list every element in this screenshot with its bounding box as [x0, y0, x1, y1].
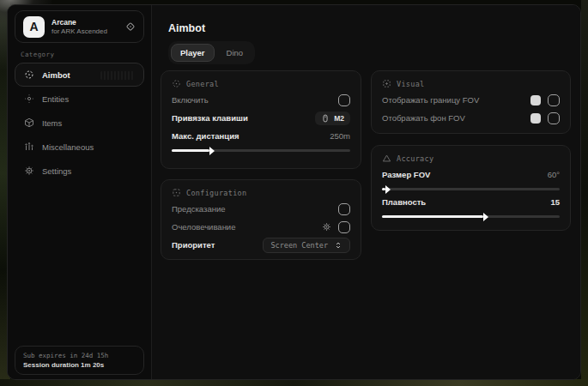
- sidebar-item-label: Items: [42, 118, 62, 128]
- brand-card: A Arcane for ARK Ascended: [15, 10, 144, 43]
- fov-size-value: 60°: [548, 170, 560, 179]
- brand-logo: A: [23, 16, 45, 38]
- humanize-controls: [322, 221, 350, 233]
- cheat-menu-window: A Arcane for ARK Ascended Category: [7, 4, 581, 380]
- gear-icon: [24, 166, 34, 176]
- humanize-row: Очеловечивание: [172, 218, 350, 236]
- tab-dino[interactable]: Dino: [217, 44, 253, 62]
- sidebar-item-label: Entities: [42, 94, 69, 104]
- sidebar-nav: Aimbot Entities: [15, 63, 144, 183]
- brand-text: Arcane for ARK Ascended: [52, 18, 107, 35]
- panel-title: Accuracy: [397, 154, 433, 163]
- priority-label: Приоритет: [172, 240, 215, 250]
- priority-dropdown[interactable]: Screen Center: [263, 238, 350, 253]
- sidebar-item-label: Miscellaneous: [42, 142, 94, 152]
- chevrons-up-down-icon: [334, 241, 342, 250]
- enable-checkbox[interactable]: [338, 94, 350, 106]
- pin-icon[interactable]: [125, 21, 136, 32]
- smoothness-label: Плавность: [382, 197, 426, 207]
- page-title: Aimbot: [168, 22, 205, 34]
- smoothness-row: Плавность 15: [382, 193, 560, 211]
- sidebar-item-entities[interactable]: Entities: [15, 87, 144, 111]
- sidebar-item-label: Settings: [42, 166, 71, 176]
- keybind-label: Привязка клавиши: [172, 113, 248, 123]
- panel-configuration: Configuration Предсказание Очеловечивани…: [161, 179, 361, 260]
- distance-slider-fill: [172, 149, 209, 152]
- panel-visual: Visual Отображать границу FOV Отображать…: [371, 70, 571, 134]
- tab-player[interactable]: Player: [171, 44, 215, 62]
- brand-subtitle: for ARK Ascended: [52, 27, 107, 35]
- distance-value: 250m: [330, 131, 350, 141]
- panel-visual-header: Visual: [382, 79, 560, 88]
- distance-label: Макс. дистанция: [172, 131, 239, 141]
- sidebar-item-aimbot[interactable]: Aimbot: [15, 63, 144, 87]
- sidebar-item-label: Aimbot: [42, 70, 70, 80]
- enable-row: Включить: [172, 91, 350, 109]
- fov-bg-checkbox[interactable]: [548, 112, 560, 124]
- dashed-box-icon: [172, 188, 181, 197]
- panel-title: Configuration: [186, 189, 246, 197]
- sub-expires-text: Sub expires in 24d 15h: [23, 352, 136, 359]
- panel-accuracy: Accuracy Размер FOV 60° Плавность 15: [371, 145, 571, 231]
- fov-border-controls: [530, 94, 560, 106]
- fov-size-slider-fill: [382, 188, 385, 190]
- main-content: Aimbot Player Dino General Включить: [152, 5, 580, 379]
- ghost-watermark: [100, 71, 135, 80]
- brand-title: Arcane: [52, 18, 107, 27]
- enable-label: Включить: [172, 95, 209, 105]
- radar-icon: [24, 93, 34, 104]
- game-background-right: [581, 0, 588, 386]
- session-duration-text: Session duration 1m 20s: [23, 361, 136, 369]
- humanize-checkbox[interactable]: [338, 221, 350, 233]
- cube-icon: [24, 118, 34, 128]
- prediction-label: Предсказание: [172, 204, 226, 214]
- fov-border-checkbox[interactable]: [548, 94, 560, 106]
- fov-bg-color-swatch[interactable]: [530, 113, 541, 124]
- keybind-button[interactable]: M2: [315, 112, 350, 125]
- triangle-icon: [382, 154, 391, 163]
- fov-size-label: Размер FOV: [382, 170, 430, 179]
- category-label: Category: [21, 51, 54, 58]
- frame-plus-icon: [382, 79, 391, 88]
- fov-size-row: Размер FOV 60°: [382, 166, 560, 184]
- distance-slider[interactable]: [172, 149, 350, 152]
- tab-bar: Player Dino: [168, 41, 255, 64]
- fov-size-slider[interactable]: [382, 188, 560, 190]
- fov-border-label: Отображать границу FOV: [382, 95, 479, 105]
- mouse-icon: [321, 114, 330, 123]
- fov-bg-row: Отображать фон FOV: [382, 109, 560, 127]
- smoothness-slider-fill: [382, 215, 483, 218]
- game-background-bottom: [0, 379, 588, 386]
- panel-accuracy-header: Accuracy: [382, 154, 560, 163]
- panel-general: General Включить Привязка клавиши M2: [161, 70, 361, 169]
- subscription-card: Sub expires in 24d 15h Session duration …: [15, 346, 144, 375]
- fov-bg-controls: [530, 112, 560, 124]
- panel-general-header: General: [172, 79, 350, 88]
- priority-dropdown-value: Screen Center: [270, 241, 328, 250]
- priority-row: Приоритет Screen Center: [172, 236, 350, 254]
- sidebar-item-miscellaneous[interactable]: Miscellaneous: [15, 135, 144, 159]
- fov-border-row: Отображать границу FOV: [382, 91, 560, 109]
- distance-row: Макс. дистанция 250m: [172, 127, 350, 145]
- sidebar-item-items[interactable]: Items: [15, 111, 144, 135]
- scan-circle-icon: [172, 79, 181, 88]
- humanize-settings-gear-icon[interactable]: [322, 222, 331, 232]
- fov-border-color-swatch[interactable]: [530, 95, 541, 106]
- fov-bg-label: Отображать фон FOV: [382, 113, 465, 123]
- smoothness-value: 15: [550, 197, 560, 207]
- panel-title: General: [186, 80, 219, 88]
- sidebar-item-settings[interactable]: Settings: [15, 159, 144, 183]
- keybind-value: M2: [334, 114, 344, 123]
- humanize-label: Очеловечивание: [172, 222, 235, 232]
- equalizer-icon: [24, 142, 34, 152]
- smoothness-slider[interactable]: [382, 215, 560, 218]
- sidebar: A Arcane for ARK Ascended Category: [8, 5, 152, 379]
- keybind-row: Привязка клавиши M2: [172, 109, 350, 127]
- panel-title: Visual: [397, 80, 425, 88]
- panel-configuration-header: Configuration: [172, 188, 350, 197]
- crosshair-icon: [24, 69, 34, 80]
- prediction-row: Предсказание: [172, 200, 350, 218]
- prediction-checkbox[interactable]: [338, 203, 350, 215]
